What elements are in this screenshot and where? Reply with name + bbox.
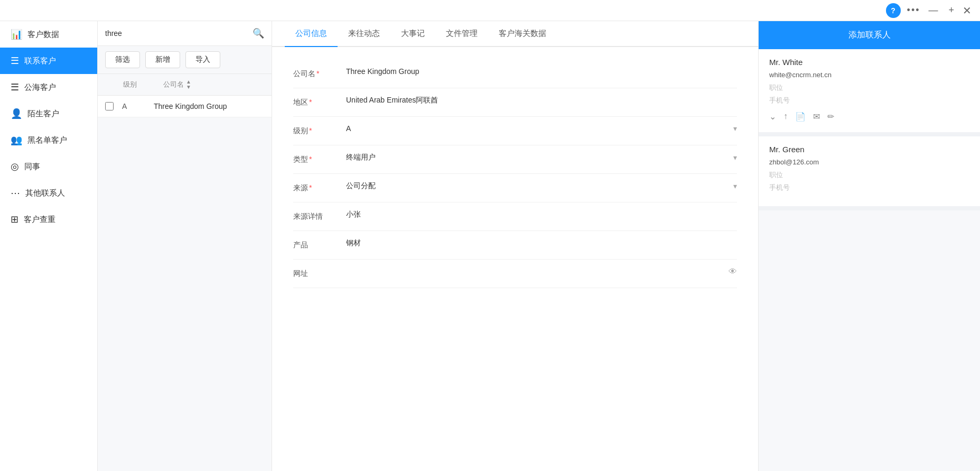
sidebar-item-public-customers[interactable]: ☰ 公海客户 <box>0 74 97 100</box>
label-region: 地区* <box>293 96 346 107</box>
contact-position-1: 职位 <box>769 83 969 93</box>
value-region: United Arab Emirates阿联酋 <box>346 96 737 105</box>
form-row-region: 地区* United Arab Emirates阿联酋 <box>293 88 737 117</box>
sidebar-item-colleagues[interactable]: ◎ 同事 <box>0 153 97 180</box>
value-grade[interactable]: A ▾ <box>346 124 737 133</box>
dots-icon: ⋯ <box>11 187 20 199</box>
contact-phone-1: 手机号 <box>769 96 969 105</box>
sidebar-item-label: 客户查重 <box>24 215 55 225</box>
value-website: 👁 <box>346 267 737 276</box>
value-source[interactable]: 公司分配 ▾ <box>346 181 737 191</box>
close-button[interactable]: ✕ <box>963 4 972 17</box>
sidebar-item-linked-customers[interactable]: ☰ 联系客户 <box>0 48 97 74</box>
list-header: 级别 公司名 ▲ ▼ <box>98 74 272 96</box>
sidebar-item-blacklist-customers[interactable]: 👥 黑名单客户 <box>0 127 97 153</box>
contact-name-2: Mr. Green <box>769 145 969 154</box>
sidebar-item-customer-data[interactable]: 📊 客户数据 <box>0 21 97 48</box>
tabs-bar: 公司信息 来往动态 大事记 文件管理 客户海关数据 <box>272 21 758 47</box>
list2-icon: ☰ <box>11 81 19 93</box>
sidebar-item-label: 联系客户 <box>24 56 56 66</box>
column-company[interactable]: 公司名 ▲ ▼ <box>163 79 264 90</box>
tab-customs-data[interactable]: 客户海关数据 <box>488 21 557 46</box>
eye-icon[interactable]: 👁 <box>729 267 737 276</box>
user-icon: 👤 <box>11 108 22 119</box>
tab-file-management[interactable]: 文件管理 <box>435 21 488 46</box>
tab-activities[interactable]: 来往动态 <box>338 21 390 46</box>
document-icon[interactable]: 📄 <box>795 112 806 122</box>
chart-icon: 📊 <box>11 29 22 40</box>
right-panel: 添加联系人 Mr. White white@cncrm.net.cn 职位 手机… <box>758 21 980 471</box>
table-row[interactable]: A Three Kingdom Group <box>98 96 272 117</box>
users-icon: 👥 <box>11 134 22 146</box>
grade-dropdown-arrow: ▾ <box>733 124 737 133</box>
search-icon[interactable]: 🔍 <box>253 27 264 39</box>
form-row-type: 类型* 终端用户 ▾ <box>293 145 737 174</box>
value-company-name: Three Kingdom Group <box>346 67 737 76</box>
sidebar-item-label: 黑名单客户 <box>27 135 67 145</box>
company-col-label: 公司名 <box>163 80 184 89</box>
contact-email-1: white@cncrm.net.cn <box>769 71 969 79</box>
edit-icon[interactable]: ✏ <box>827 112 834 122</box>
grid-icon: ⊞ <box>11 214 18 225</box>
sort-arrows-icon[interactable]: ▲ ▼ <box>186 79 191 90</box>
tab-company-info[interactable]: 公司信息 <box>285 21 338 46</box>
label-source: 来源* <box>293 181 346 193</box>
label-type: 类型* <box>293 153 346 164</box>
filter-button[interactable]: 筛选 <box>105 51 140 68</box>
contact-card-1: Mr. White white@cncrm.net.cn 职位 手机号 ⌄ ↑ … <box>759 49 980 136</box>
label-product: 产品 <box>293 238 346 250</box>
form-area: 公司名* Three Kingdom Group 地区* United Arab… <box>272 47 758 471</box>
add-contact-button[interactable]: 添加联系人 <box>759 21 980 49</box>
sidebar-item-label: 陌生客户 <box>27 109 59 119</box>
label-source-detail: 来源详情 <box>293 210 346 221</box>
content-area: 公司信息 来往动态 大事记 文件管理 客户海关数据 公司名* Three Kin… <box>272 21 758 471</box>
label-company-name: 公司名* <box>293 67 346 79</box>
upload-icon[interactable]: ↑ <box>783 112 788 122</box>
contact-phone-2: 手机号 <box>769 183 969 192</box>
list-panel: 🔍 筛选 新增 导入 级别 公司名 ▲ ▼ A Three Kingdom Gr… <box>98 21 272 471</box>
add-button[interactable]: 新增 <box>145 51 180 68</box>
label-website: 网址 <box>293 267 346 279</box>
form-row-company-name: 公司名* Three Kingdom Group <box>293 60 737 88</box>
form-row-product: 产品 钢材 <box>293 231 737 260</box>
contact-name-1: Mr. White <box>769 58 969 67</box>
minimize-button[interactable]: — <box>926 5 940 16</box>
action-bar: 筛选 新增 导入 <box>98 46 272 74</box>
row-checkbox[interactable] <box>105 102 114 110</box>
form-row-source: 来源* 公司分配 ▾ <box>293 174 737 202</box>
sidebar-item-label: 其他联系人 <box>25 188 65 198</box>
sidebar-item-customer-check[interactable]: ⊞ 客户查重 <box>0 206 97 233</box>
circle-icon: ◎ <box>11 161 19 172</box>
sidebar: 📊 客户数据 ☰ 联系客户 ☰ 公海客户 👤 陌生客户 👥 黑名单客户 ◎ 同事… <box>0 21 98 471</box>
dots-menu[interactable]: ••• <box>907 5 920 16</box>
sidebar-item-label: 同事 <box>24 162 40 172</box>
type-dropdown-arrow: ▾ <box>733 153 737 162</box>
email-icon[interactable]: ✉ <box>813 112 820 122</box>
source-dropdown-arrow: ▾ <box>733 182 737 190</box>
sidebar-item-stranger-customers[interactable]: 👤 陌生客户 <box>0 100 97 127</box>
sidebar-item-label: 公海客户 <box>24 82 56 93</box>
import-button[interactable]: 导入 <box>185 51 220 68</box>
maximize-button[interactable]: + <box>946 5 956 16</box>
sidebar-item-other-contacts[interactable]: ⋯ 其他联系人 <box>0 180 97 206</box>
tab-events[interactable]: 大事记 <box>390 21 435 46</box>
row-company-name: Three Kingdom Group <box>154 102 264 110</box>
column-grade: 级别 <box>123 80 155 89</box>
form-row-grade: 级别* A ▾ <box>293 117 737 145</box>
contact-email-2: zhbol@126.com <box>769 158 969 166</box>
contact-card-2: Mr. Green zhbol@126.com 职位 手机号 <box>759 136 980 210</box>
value-type[interactable]: 终端用户 ▾ <box>346 153 737 162</box>
form-row-website: 网址 👁 <box>293 260 737 288</box>
chevron-down-icon[interactable]: ⌄ <box>769 112 776 122</box>
search-input[interactable] <box>105 29 248 38</box>
help-icon[interactable]: ? <box>886 3 901 18</box>
value-product: 钢材 <box>346 238 737 248</box>
label-grade: 级别* <box>293 124 346 136</box>
value-source-detail: 小张 <box>346 210 737 219</box>
titlebar: ? ••• — + ✕ <box>0 0 980 21</box>
contact-actions-1: ⌄ ↑ 📄 ✉ ✏ <box>769 112 969 122</box>
contact-position-2: 职位 <box>769 170 969 180</box>
form-row-source-detail: 来源详情 小张 <box>293 202 737 231</box>
main-layout: 📊 客户数据 ☰ 联系客户 ☰ 公海客户 👤 陌生客户 👥 黑名单客户 ◎ 同事… <box>0 21 980 471</box>
list-icon: ☰ <box>11 55 19 67</box>
